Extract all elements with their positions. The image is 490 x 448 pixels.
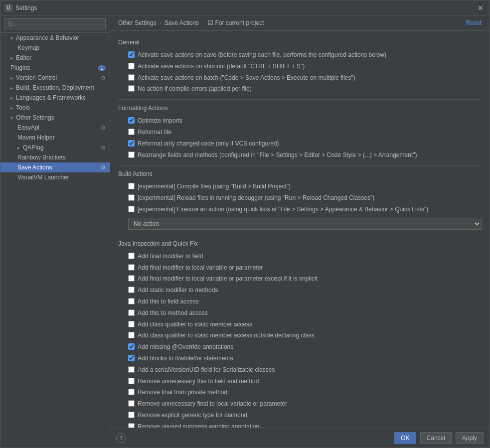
sidebar-item-label: Build, Execution, Deployment xyxy=(16,84,94,91)
checkbox-add-override[interactable] xyxy=(128,343,135,350)
checkbox-reformat-file[interactable] xyxy=(128,129,135,135)
build-action-dropdown[interactable]: No action xyxy=(128,218,482,230)
gear-icon: ⚙ xyxy=(101,75,106,81)
formatting-section-title: Formatting Actions xyxy=(118,105,482,112)
option-remove-final-private: Remove final from private method xyxy=(128,387,482,398)
option-compile-files: [experimental] Compile files (using "Bui… xyxy=(128,181,482,192)
sidebar-item-visualvm[interactable]: VisualVM Launcher xyxy=(0,172,110,182)
checkbox-add-serial[interactable] xyxy=(128,366,135,373)
checkbox-add-final-local[interactable] xyxy=(128,264,135,271)
sidebar-item-maven-helper[interactable]: Maven Helper xyxy=(0,133,110,143)
checkbox-reload-files[interactable] xyxy=(128,194,135,201)
help-button[interactable]: ? xyxy=(116,433,126,443)
sidebar-item-easyapi[interactable]: EasyApi ⚙ xyxy=(0,123,110,133)
label-activate-on-batch: Activate save actions on batch ("Code > … xyxy=(138,74,355,82)
sidebar-item-label: Save Actions xyxy=(17,164,52,171)
label-add-override: Add missing @Override annotations xyxy=(138,343,233,351)
ok-button[interactable]: OK xyxy=(394,432,416,444)
arrow-icon: ▸ xyxy=(10,105,13,111)
checkbox-add-blocks[interactable] xyxy=(128,355,135,361)
checkbox-rearrange-fields[interactable] xyxy=(128,151,135,158)
breadcrumb-project-toggle[interactable]: ☑ For current project xyxy=(208,19,264,26)
checkbox-add-final-local-except[interactable] xyxy=(128,275,135,282)
checkbox-add-final-field[interactable] xyxy=(128,253,135,259)
sidebar-item-label: Tools xyxy=(16,104,30,111)
sidebar-item-rainbow-brackets[interactable]: Rainbow Brackets xyxy=(0,152,110,162)
arrow-icon: ▸ xyxy=(10,95,13,101)
sidebar-item-appearance[interactable]: ▾ Appearance & Behavior xyxy=(0,33,110,43)
checkbox-add-class-qualifier[interactable] xyxy=(128,321,135,327)
checkbox-remove-unused-suppress[interactable] xyxy=(128,423,135,428)
option-activate-on-batch: Activate save actions on batch ("Code > … xyxy=(128,73,482,83)
option-reformat-changed: Reformat only changed code (only if VCS … xyxy=(128,139,482,149)
sidebar-item-other-settings[interactable]: ▾ Other Settings xyxy=(0,113,110,123)
option-optimize-imports: Optimize imports xyxy=(128,116,482,126)
sidebar-item-label: Version Control xyxy=(16,74,57,81)
option-activate-on-save: Activate save actions on save (before sa… xyxy=(128,50,482,60)
sidebar-item-build[interactable]: ▸ Build, Execution, Deployment xyxy=(0,83,110,93)
checkbox-add-this-method[interactable] xyxy=(128,309,135,316)
checkbox-execute-action[interactable] xyxy=(128,206,135,212)
checkbox-reformat-changed[interactable] xyxy=(128,140,135,147)
title-bar: U Settings ✕ xyxy=(0,0,490,15)
divider-3 xyxy=(118,235,482,235)
option-reload-files: [experimental] Reload files in running d… xyxy=(128,193,482,203)
apply-button[interactable]: Apply xyxy=(456,432,484,444)
checkbox-remove-final-private[interactable] xyxy=(128,389,135,395)
checkbox-activate-on-save[interactable] xyxy=(128,51,135,58)
java-options: Add final modifier to field Add final mo… xyxy=(118,251,482,428)
checkbox-no-action-compile[interactable] xyxy=(128,85,135,92)
sidebar-item-plugins[interactable]: Plugins 1 xyxy=(0,63,110,73)
build-action-dropdown-row: No action xyxy=(128,218,482,230)
sidebar-item-editor[interactable]: ▸ Editor xyxy=(0,53,110,63)
option-add-final-field: Add final modifier to field xyxy=(128,251,482,262)
sidebar-item-save-actions[interactable]: Save Actions ⚙ xyxy=(0,162,110,172)
checkbox-activate-on-batch[interactable] xyxy=(128,74,135,81)
label-no-action-compile: No action if compile errors (applied per… xyxy=(138,85,252,93)
sidebar-item-version-control[interactable]: ▸ Version Control ⚙ xyxy=(0,73,110,83)
option-add-class-qualifier: Add class qualifier to static member acc… xyxy=(128,319,482,330)
checkbox-optimize-imports[interactable] xyxy=(128,117,135,124)
label-remove-unused-suppress: Remove unused suppress warning annotatio… xyxy=(138,423,259,428)
checkbox-activate-on-shortcut[interactable] xyxy=(128,63,135,69)
label-add-static-methods: Add static modifier to methods xyxy=(138,286,218,295)
option-rearrange-fields: Rearrange fields and methods (configured… xyxy=(128,150,482,160)
sidebar-item-languages[interactable]: ▸ Languages & Frameworks xyxy=(0,93,110,103)
cancel-button[interactable]: Cancel xyxy=(420,432,452,444)
checkbox-compile-files[interactable] xyxy=(128,183,135,189)
label-add-this-field: Add this to field access xyxy=(138,298,199,306)
option-add-this-method: Add this to method access xyxy=(128,308,482,318)
reset-button[interactable]: Reset xyxy=(466,19,482,26)
bottom-buttons: OK Cancel Apply xyxy=(394,432,484,444)
checkbox-remove-unnecessary-final[interactable] xyxy=(128,400,135,407)
gear-icon: ⚙ xyxy=(101,145,106,151)
sidebar-item-label: Keymap xyxy=(17,44,39,51)
label-add-final-field: Add final modifier to field xyxy=(138,252,203,261)
divider-1 xyxy=(118,99,482,100)
arrow-icon: ▸ xyxy=(10,85,13,91)
label-rearrange-fields: Rearrange fields and methods (configured… xyxy=(138,151,417,159)
label-remove-explicit-generic: Remove explicit generic type for diamond xyxy=(138,411,247,420)
sidebar-item-qaplug[interactable]: ▸ QAPlug ⚙ xyxy=(0,143,110,152)
checkbox-remove-explicit-generic[interactable] xyxy=(128,412,135,418)
label-add-class-qualifier-outside: Add class qualifier to static member acc… xyxy=(138,331,315,340)
sidebar-item-tools[interactable]: ▸ Tools xyxy=(0,103,110,113)
close-button[interactable]: ✕ xyxy=(476,3,486,13)
search-input[interactable] xyxy=(4,18,106,29)
sidebar-item-label: Rainbow Brackets xyxy=(17,154,66,161)
label-reformat-changed: Reformat only changed code (only if VCS … xyxy=(138,140,279,148)
sidebar-item-label: VisualVM Launcher xyxy=(17,174,69,181)
sidebar-item-keymap[interactable]: Keymap xyxy=(0,43,110,53)
label-reformat-file: Reformat file xyxy=(138,128,171,137)
checkbox-add-class-qualifier-outside[interactable] xyxy=(128,332,135,338)
checkbox-add-static-methods[interactable] xyxy=(128,287,135,293)
build-options: [experimental] Compile files (using "Bui… xyxy=(118,181,482,229)
arrow-icon: ▸ xyxy=(10,55,13,61)
label-activate-on-save: Activate save actions on save (before sa… xyxy=(138,51,386,59)
sidebar-item-label: Editor xyxy=(16,54,31,61)
option-add-final-local-except: Add final modifier to local variable or … xyxy=(128,274,482,284)
bottom-bar: ? OK Cancel Apply xyxy=(110,428,490,448)
checkbox-remove-unnecessary-this[interactable] xyxy=(128,378,135,384)
option-activate-on-shortcut: Activate save actions on shortcut (defau… xyxy=(128,61,482,72)
checkbox-add-this-field[interactable] xyxy=(128,298,135,304)
